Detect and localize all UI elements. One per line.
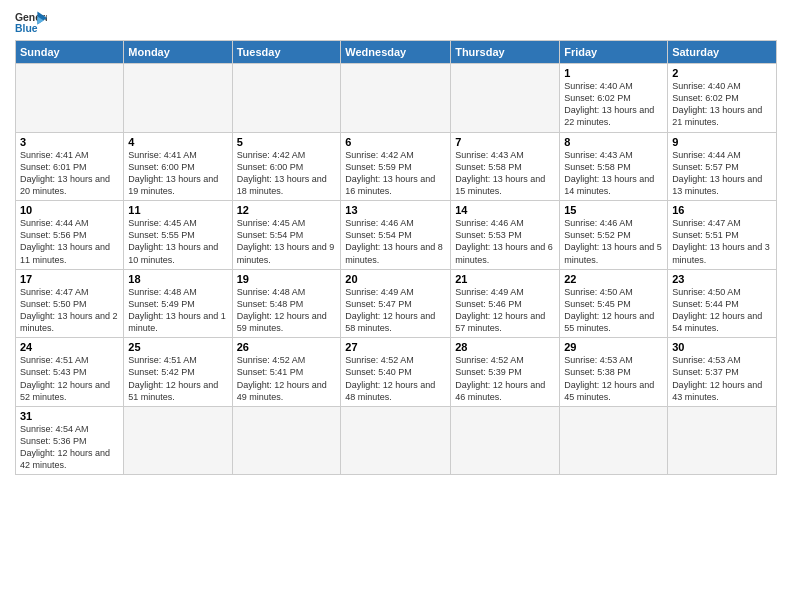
calendar-cell: 9Sunrise: 4:44 AM Sunset: 5:57 PM Daylig… <box>668 132 777 201</box>
calendar-cell: 10Sunrise: 4:44 AM Sunset: 5:56 PM Dayli… <box>16 201 124 270</box>
calendar-cell: 30Sunrise: 4:53 AM Sunset: 5:37 PM Dayli… <box>668 338 777 407</box>
calendar-cell: 31Sunrise: 4:54 AM Sunset: 5:36 PM Dayli… <box>16 406 124 475</box>
day-number: 7 <box>455 136 555 148</box>
day-info: Sunrise: 4:40 AM Sunset: 6:02 PM Dayligh… <box>564 80 663 129</box>
calendar-cell: 12Sunrise: 4:45 AM Sunset: 5:54 PM Dayli… <box>232 201 341 270</box>
day-number: 28 <box>455 341 555 353</box>
day-info: Sunrise: 4:40 AM Sunset: 6:02 PM Dayligh… <box>672 80 772 129</box>
calendar-cell: 14Sunrise: 4:46 AM Sunset: 5:53 PM Dayli… <box>451 201 560 270</box>
logo-icon: General Blue <box>15 10 47 34</box>
day-number: 16 <box>672 204 772 216</box>
calendar-cell: 16Sunrise: 4:47 AM Sunset: 5:51 PM Dayli… <box>668 201 777 270</box>
calendar-week-row: 1Sunrise: 4:40 AM Sunset: 6:02 PM Daylig… <box>16 64 777 133</box>
day-number: 30 <box>672 341 772 353</box>
day-info: Sunrise: 4:42 AM Sunset: 6:00 PM Dayligh… <box>237 149 337 198</box>
calendar-cell: 25Sunrise: 4:51 AM Sunset: 5:42 PM Dayli… <box>124 338 232 407</box>
day-info: Sunrise: 4:41 AM Sunset: 6:01 PM Dayligh… <box>20 149 119 198</box>
calendar-cell: 2Sunrise: 4:40 AM Sunset: 6:02 PM Daylig… <box>668 64 777 133</box>
day-number: 20 <box>345 273 446 285</box>
day-info: Sunrise: 4:52 AM Sunset: 5:39 PM Dayligh… <box>455 354 555 403</box>
calendar-cell: 5Sunrise: 4:42 AM Sunset: 6:00 PM Daylig… <box>232 132 341 201</box>
calendar-week-row: 17Sunrise: 4:47 AM Sunset: 5:50 PM Dayli… <box>16 269 777 338</box>
day-info: Sunrise: 4:50 AM Sunset: 5:45 PM Dayligh… <box>564 286 663 335</box>
calendar-week-row: 3Sunrise: 4:41 AM Sunset: 6:01 PM Daylig… <box>16 132 777 201</box>
day-info: Sunrise: 4:47 AM Sunset: 5:50 PM Dayligh… <box>20 286 119 335</box>
day-number: 31 <box>20 410 119 422</box>
day-info: Sunrise: 4:47 AM Sunset: 5:51 PM Dayligh… <box>672 217 772 266</box>
day-number: 8 <box>564 136 663 148</box>
weekday-header-wednesday: Wednesday <box>341 41 451 64</box>
day-number: 11 <box>128 204 227 216</box>
calendar-cell: 28Sunrise: 4:52 AM Sunset: 5:39 PM Dayli… <box>451 338 560 407</box>
day-info: Sunrise: 4:49 AM Sunset: 5:46 PM Dayligh… <box>455 286 555 335</box>
header-area: General Blue <box>15 10 777 34</box>
day-info: Sunrise: 4:45 AM Sunset: 5:55 PM Dayligh… <box>128 217 227 266</box>
day-info: Sunrise: 4:44 AM Sunset: 5:56 PM Dayligh… <box>20 217 119 266</box>
day-number: 12 <box>237 204 337 216</box>
day-info: Sunrise: 4:46 AM Sunset: 5:52 PM Dayligh… <box>564 217 663 266</box>
calendar-cell: 8Sunrise: 4:43 AM Sunset: 5:58 PM Daylig… <box>560 132 668 201</box>
weekday-header-thursday: Thursday <box>451 41 560 64</box>
day-number: 22 <box>564 273 663 285</box>
calendar-week-row: 10Sunrise: 4:44 AM Sunset: 5:56 PM Dayli… <box>16 201 777 270</box>
day-info: Sunrise: 4:51 AM Sunset: 5:43 PM Dayligh… <box>20 354 119 403</box>
calendar-cell <box>16 64 124 133</box>
calendar-cell <box>232 406 341 475</box>
day-number: 17 <box>20 273 119 285</box>
day-number: 15 <box>564 204 663 216</box>
day-info: Sunrise: 4:50 AM Sunset: 5:44 PM Dayligh… <box>672 286 772 335</box>
calendar-cell: 18Sunrise: 4:48 AM Sunset: 5:49 PM Dayli… <box>124 269 232 338</box>
calendar-table: SundayMondayTuesdayWednesdayThursdayFrid… <box>15 40 777 475</box>
calendar-cell <box>124 406 232 475</box>
calendar-week-row: 31Sunrise: 4:54 AM Sunset: 5:36 PM Dayli… <box>16 406 777 475</box>
calendar-cell: 4Sunrise: 4:41 AM Sunset: 6:00 PM Daylig… <box>124 132 232 201</box>
calendar-cell: 3Sunrise: 4:41 AM Sunset: 6:01 PM Daylig… <box>16 132 124 201</box>
day-number: 21 <box>455 273 555 285</box>
day-number: 4 <box>128 136 227 148</box>
day-number: 27 <box>345 341 446 353</box>
weekday-header-friday: Friday <box>560 41 668 64</box>
day-number: 23 <box>672 273 772 285</box>
calendar-cell <box>668 406 777 475</box>
calendar-cell <box>341 64 451 133</box>
calendar-cell: 27Sunrise: 4:52 AM Sunset: 5:40 PM Dayli… <box>341 338 451 407</box>
day-info: Sunrise: 4:53 AM Sunset: 5:38 PM Dayligh… <box>564 354 663 403</box>
day-number: 2 <box>672 67 772 79</box>
calendar-cell: 1Sunrise: 4:40 AM Sunset: 6:02 PM Daylig… <box>560 64 668 133</box>
day-info: Sunrise: 4:48 AM Sunset: 5:49 PM Dayligh… <box>128 286 227 335</box>
day-number: 18 <box>128 273 227 285</box>
day-number: 9 <box>672 136 772 148</box>
day-number: 19 <box>237 273 337 285</box>
calendar-cell: 29Sunrise: 4:53 AM Sunset: 5:38 PM Dayli… <box>560 338 668 407</box>
calendar-cell: 21Sunrise: 4:49 AM Sunset: 5:46 PM Dayli… <box>451 269 560 338</box>
calendar-cell: 7Sunrise: 4:43 AM Sunset: 5:58 PM Daylig… <box>451 132 560 201</box>
day-number: 5 <box>237 136 337 148</box>
calendar-cell: 22Sunrise: 4:50 AM Sunset: 5:45 PM Dayli… <box>560 269 668 338</box>
day-info: Sunrise: 4:43 AM Sunset: 5:58 PM Dayligh… <box>455 149 555 198</box>
day-number: 26 <box>237 341 337 353</box>
day-info: Sunrise: 4:41 AM Sunset: 6:00 PM Dayligh… <box>128 149 227 198</box>
weekday-header-monday: Monday <box>124 41 232 64</box>
calendar-cell <box>124 64 232 133</box>
calendar-cell: 24Sunrise: 4:51 AM Sunset: 5:43 PM Dayli… <box>16 338 124 407</box>
svg-text:Blue: Blue <box>15 23 38 34</box>
calendar-cell <box>560 406 668 475</box>
calendar-cell <box>232 64 341 133</box>
calendar-cell <box>451 406 560 475</box>
day-number: 29 <box>564 341 663 353</box>
day-info: Sunrise: 4:49 AM Sunset: 5:47 PM Dayligh… <box>345 286 446 335</box>
calendar-cell: 20Sunrise: 4:49 AM Sunset: 5:47 PM Dayli… <box>341 269 451 338</box>
day-number: 6 <box>345 136 446 148</box>
day-number: 13 <box>345 204 446 216</box>
weekday-header-sunday: Sunday <box>16 41 124 64</box>
day-info: Sunrise: 4:54 AM Sunset: 5:36 PM Dayligh… <box>20 423 119 472</box>
calendar-cell: 23Sunrise: 4:50 AM Sunset: 5:44 PM Dayli… <box>668 269 777 338</box>
weekday-header-row: SundayMondayTuesdayWednesdayThursdayFrid… <box>16 41 777 64</box>
day-info: Sunrise: 4:53 AM Sunset: 5:37 PM Dayligh… <box>672 354 772 403</box>
day-info: Sunrise: 4:43 AM Sunset: 5:58 PM Dayligh… <box>564 149 663 198</box>
calendar-cell: 15Sunrise: 4:46 AM Sunset: 5:52 PM Dayli… <box>560 201 668 270</box>
day-number: 24 <box>20 341 119 353</box>
day-number: 14 <box>455 204 555 216</box>
weekday-header-tuesday: Tuesday <box>232 41 341 64</box>
calendar-week-row: 24Sunrise: 4:51 AM Sunset: 5:43 PM Dayli… <box>16 338 777 407</box>
